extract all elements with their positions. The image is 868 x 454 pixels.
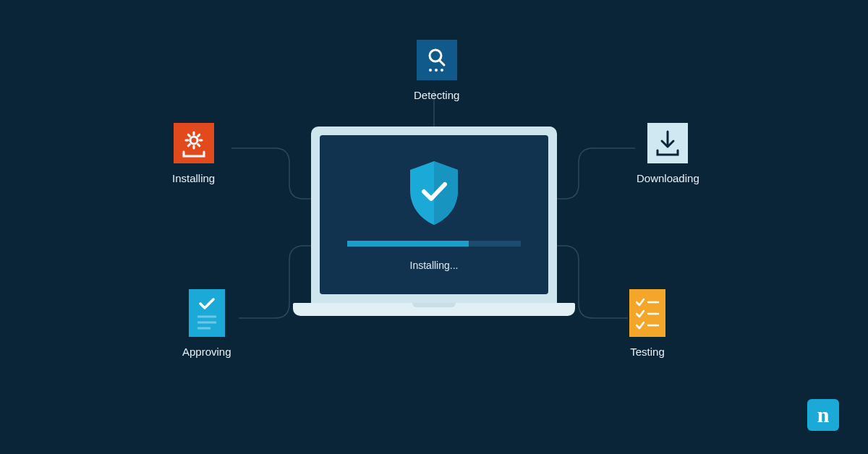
brand-logo: n [807,399,839,431]
node-detecting: Detecting [414,40,459,101]
laptop-screen: Installing... [320,135,548,294]
svg-line-13 [197,134,199,136]
svg-line-12 [188,134,190,136]
node-installing-label: Installing [172,172,215,184]
gear-install-icon [174,123,214,163]
svg-point-4 [435,69,438,72]
progress-bar [347,241,521,247]
checklist-icon [629,289,665,337]
document-check-icon [189,289,225,337]
node-detecting-label: Detecting [414,89,459,101]
svg-point-5 [441,69,443,72]
node-testing-label: Testing [630,346,665,358]
node-testing: Testing [629,289,665,358]
laptop-illustration: Installing... [311,127,557,316]
node-installing: Installing [172,123,215,184]
brand-logo-letter: n [817,403,830,427]
svg-line-14 [188,145,190,146]
shield-check-icon [404,158,464,228]
node-approving: Approving [182,289,231,358]
svg-rect-0 [417,40,457,80]
svg-rect-22 [629,289,665,337]
progress-fill [347,241,469,247]
svg-point-3 [429,69,432,72]
node-approving-label: Approving [182,346,231,358]
search-icon [417,40,457,80]
progress-status-text: Installing... [410,260,459,271]
svg-line-15 [197,145,199,146]
svg-rect-18 [189,289,225,337]
laptop-base [293,303,575,316]
node-downloading: Downloading [637,123,699,184]
node-downloading-label: Downloading [637,172,699,184]
laptop-bezel: Installing... [311,127,557,303]
download-icon [647,123,688,163]
